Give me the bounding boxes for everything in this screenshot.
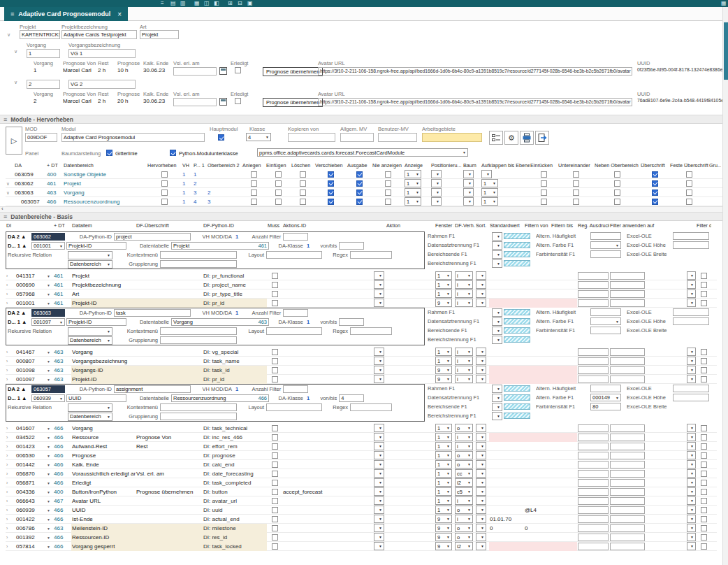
aktion-dropdown[interactable]: ▼ xyxy=(374,280,384,289)
reg-ausdruck-field[interactable] xyxy=(578,497,609,505)
standardwert-cell[interactable] xyxy=(489,533,524,542)
aktion-dropdown[interactable]: ▼ xyxy=(374,469,384,478)
feste-ueberschrift-checkbox[interactable] xyxy=(686,171,692,178)
filter-deaktiviert-checkbox[interactable] xyxy=(701,489,707,495)
expander-icon[interactable]: › xyxy=(6,533,15,542)
sort-dropdown[interactable]: ▼ xyxy=(476,280,486,289)
side-panel-icon[interactable]: ◧ xyxy=(214,0,219,7)
df-verhalten-dropdown[interactable]: i▼ xyxy=(455,366,473,374)
filtern-bis-cell[interactable] xyxy=(551,271,577,280)
filter-deaktiviert-checkbox[interactable] xyxy=(701,452,707,459)
hervorheben-checkbox[interactable] xyxy=(161,199,168,205)
muss-checkbox[interactable] xyxy=(272,434,278,441)
filter-deaktiviert-checkbox[interactable] xyxy=(701,498,707,504)
expander-icon[interactable]: ∨ xyxy=(14,80,17,85)
einfuegen-checkbox[interactable] xyxy=(275,199,282,205)
grid-icon[interactable]: ▦ xyxy=(194,0,200,7)
aktion-dropdown[interactable]: ▼ xyxy=(374,271,384,280)
filter-deaktiviert-checkbox[interactable] xyxy=(701,516,707,522)
filtern-von-cell[interactable] xyxy=(524,348,551,357)
untereinander-checkbox[interactable] xyxy=(573,199,579,205)
expander-icon[interactable]: › xyxy=(6,271,15,280)
reg-ausdruck-field[interactable] xyxy=(578,376,609,383)
di-dropdown-icon[interactable]: ▼ xyxy=(47,369,50,373)
expander-icon[interactable]: › xyxy=(6,506,15,515)
muss-checkbox[interactable] xyxy=(272,291,278,297)
kopieren-von-field[interactable] xyxy=(288,133,335,142)
da-python-id-field[interactable]: assignment xyxy=(114,385,191,393)
di-dropdown-icon[interactable]: ▼ xyxy=(47,445,50,449)
muss-checkbox[interactable] xyxy=(272,376,278,382)
farbintensitaet-field[interactable] xyxy=(590,327,621,334)
fenster-dropdown[interactable]: 1▼ xyxy=(435,357,452,365)
filtern-bis-cell[interactable] xyxy=(551,280,577,289)
aufklappen-dropdown[interactable]: 1▼ xyxy=(481,197,498,206)
untereinander-checkbox[interactable] xyxy=(573,171,579,178)
feste-ueberschrift-checkbox[interactable] xyxy=(686,189,692,196)
aktion-dropdown[interactable]: ▼ xyxy=(374,506,384,514)
python-modulunterklasse-checkbox[interactable] xyxy=(170,150,176,156)
filter-anwenden-field[interactable] xyxy=(610,443,645,450)
aufklappen-dropdown[interactable]: ▼ xyxy=(481,170,492,178)
filter-anwenden-field[interactable] xyxy=(610,524,645,532)
di-dropdown-icon[interactable]: ▼ xyxy=(47,301,50,306)
filtern-bis-cell[interactable] xyxy=(551,424,577,433)
format-dropdown[interactable]: ▼ xyxy=(492,385,502,393)
df-verhalten-dropdown[interactable]: i▼ xyxy=(455,375,473,383)
calendar-icon[interactable] xyxy=(219,67,227,75)
dashboard-icon[interactable]: ▣ xyxy=(247,0,253,7)
format-dropdown[interactable]: ▼ xyxy=(492,327,502,335)
einruecken-checkbox[interactable] xyxy=(541,180,547,187)
d-id-field[interactable]: 001001▼ xyxy=(31,242,65,250)
filter-anwenden-field[interactable] xyxy=(610,506,645,514)
kontextmenu-field[interactable] xyxy=(160,327,237,335)
filtern-bis-cell[interactable] xyxy=(551,478,577,487)
muss-checkbox[interactable] xyxy=(272,471,278,477)
filter-deaktiviert-checkbox[interactable] xyxy=(701,480,707,486)
df-verhalten-dropdown[interactable]: i▼ xyxy=(455,271,473,280)
filtern-von-cell[interactable] xyxy=(524,442,551,451)
ausgabe-checkbox[interactable] xyxy=(356,180,363,187)
filtern-von-cell[interactable]: @L4 xyxy=(524,506,551,515)
einruecken-checkbox[interactable] xyxy=(541,171,547,178)
expander-icon[interactable]: › xyxy=(6,487,15,496)
ueberschrift-checkbox[interactable] xyxy=(652,180,658,187)
fenster-dropdown[interactable]: 1▼ xyxy=(435,442,452,450)
expander-icon[interactable]: › xyxy=(6,442,15,451)
di-dropdown-icon[interactable]: ▼ xyxy=(47,472,50,476)
prognose-uebernehmen-button[interactable]: Prognose übernehmen xyxy=(263,67,323,76)
filter-anwenden-dropdown[interactable]: ▼ xyxy=(687,348,696,356)
filter-anwenden-dropdown[interactable]: ▼ xyxy=(687,460,696,469)
filtern-von-cell[interactable] xyxy=(524,433,551,442)
di-dropdown-icon[interactable]: ▼ xyxy=(47,508,50,513)
filter-anwenden-field[interactable] xyxy=(610,470,645,478)
reg-ausdruck-field[interactable] xyxy=(578,299,609,307)
fenster-dropdown[interactable]: 1▼ xyxy=(435,469,452,478)
fenster-dropdown[interactable]: 1▼ xyxy=(435,487,452,496)
datentabelle-field[interactable]: Projekt461 xyxy=(171,242,269,250)
horizontal-scrollbar[interactable]: ‹ xyxy=(0,206,722,212)
muss-checkbox[interactable] xyxy=(272,534,278,541)
filtern-bis-cell[interactable] xyxy=(551,506,577,515)
muss-checkbox[interactable] xyxy=(272,498,278,504)
art-field[interactable]: Projekt xyxy=(140,30,179,39)
fenster-dropdown[interactable]: 1▼ xyxy=(435,280,452,289)
run-module-button[interactable]: ▷ xyxy=(6,127,22,155)
df-verhalten-dropdown[interactable]: i▼ xyxy=(455,348,473,356)
filtern-von-cell[interactable]: 0 xyxy=(524,524,551,533)
di-dropdown-icon[interactable]: ▼ xyxy=(47,463,50,467)
positionierung-dropdown[interactable]: ▼ xyxy=(431,170,442,178)
filter-anwenden-field[interactable] xyxy=(610,357,645,365)
avatar-url-field[interactable]: https://3f10-2-211-106-158.ngrok-free.ap… xyxy=(318,98,632,106)
di-dropdown-icon[interactable]: ▼ xyxy=(47,350,50,355)
filtern-bis-cell[interactable] xyxy=(551,542,577,551)
filtern-von-cell[interactable] xyxy=(524,271,551,280)
fenster-dropdown[interactable]: 1▼ xyxy=(435,433,452,441)
filtern-bis-cell[interactable] xyxy=(551,357,577,366)
df-verhalten-dropdown[interactable]: i▼ xyxy=(455,357,473,365)
calendar-icon[interactable] xyxy=(219,98,227,106)
expander-icon[interactable]: › xyxy=(6,357,15,366)
filter-deaktiviert-checkbox[interactable] xyxy=(701,291,707,297)
filter-anwenden-dropdown[interactable]: ▼ xyxy=(687,496,696,505)
da-id-field[interactable]: 063057 xyxy=(31,385,65,393)
